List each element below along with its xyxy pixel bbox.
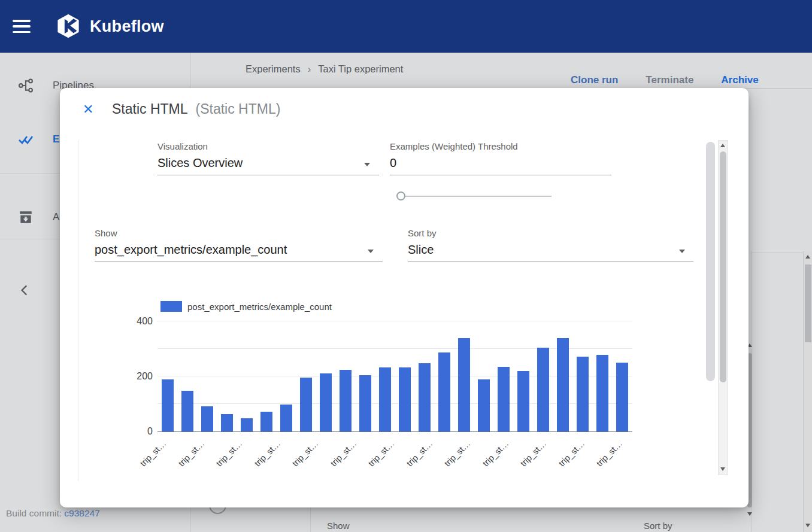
bar	[280, 405, 292, 431]
sort-by-label: Sort by	[408, 228, 437, 238]
bar	[241, 418, 253, 431]
tfma-slices-widget: Visualization Slices Overview Examples (…	[78, 140, 704, 481]
sort-by-select[interactable]: Slice	[408, 243, 434, 257]
bar	[300, 378, 312, 431]
widget-scrollbar[interactable]	[705, 140, 716, 473]
x-axis-labels: trip_st…trip_st…trip_st…trip_st…trip_st……	[157, 437, 632, 479]
chevron-down-icon[interactable]	[368, 250, 374, 253]
bar	[419, 363, 431, 431]
bar-series	[157, 321, 632, 431]
threshold-slider-track[interactable]	[397, 196, 552, 197]
close-icon[interactable]: ✕	[83, 102, 93, 117]
field-underline	[157, 175, 379, 175]
visualization-label: Visualization	[157, 141, 208, 151]
bar	[359, 375, 371, 431]
bar	[320, 373, 332, 431]
kubeflow-logo-icon	[55, 13, 81, 39]
bar	[221, 414, 233, 431]
modal-subtitle: (Static HTML)	[196, 101, 281, 117]
show-select[interactable]: post_export_metrics/example_count	[95, 243, 287, 257]
show-label: Show	[95, 228, 117, 238]
field-underline	[408, 262, 693, 262]
threshold-label: Examples (Weighted) Threshold	[390, 141, 518, 151]
bar-chart-plot: 0200400	[157, 322, 632, 432]
bar	[517, 371, 529, 431]
visualization-select[interactable]: Slices Overview	[157, 156, 243, 170]
legend-label: post_export_metrics/example_count	[187, 302, 332, 312]
modal-scrollbar[interactable]	[718, 140, 728, 475]
bar	[478, 379, 490, 431]
threshold-slider-thumb[interactable]	[396, 191, 405, 200]
bar	[438, 352, 450, 431]
bar	[162, 379, 174, 431]
field-underline	[390, 175, 611, 175]
artifact-preview-modal: ✕ Static HTML(Static HTML) Visualization…	[60, 88, 749, 507]
bar	[181, 391, 193, 431]
y-tick-label: 400	[126, 316, 153, 327]
modal-title: Static HTML(Static HTML)	[112, 101, 280, 117]
modal-title-text: Static HTML	[112, 101, 188, 117]
bar	[596, 355, 608, 431]
scroll-up-icon[interactable]	[720, 144, 725, 147]
widget-scrollbar-thumb[interactable]	[706, 142, 715, 381]
bar	[458, 338, 470, 431]
field-underline	[95, 262, 383, 262]
legend-swatch	[160, 301, 182, 312]
app-title: Kubeflow	[90, 17, 164, 36]
scroll-down-icon[interactable]	[720, 467, 725, 471]
y-tick-label: 0	[126, 426, 153, 437]
bar	[557, 338, 569, 431]
bar	[379, 367, 391, 431]
bar	[399, 367, 411, 431]
bar	[260, 412, 272, 431]
app-header: Kubeflow	[0, 0, 812, 53]
chevron-down-icon[interactable]	[364, 163, 370, 166]
bar	[340, 370, 352, 432]
bar	[616, 363, 628, 431]
bar	[498, 367, 510, 431]
modal-scrollbar-thumb[interactable]	[720, 151, 726, 382]
menu-icon[interactable]	[13, 20, 31, 33]
bar	[201, 406, 213, 431]
y-tick-label: 200	[126, 371, 153, 382]
threshold-input[interactable]: 0	[390, 156, 396, 170]
chevron-down-icon[interactable]	[679, 250, 685, 253]
bar	[537, 348, 549, 431]
bar	[577, 357, 589, 431]
